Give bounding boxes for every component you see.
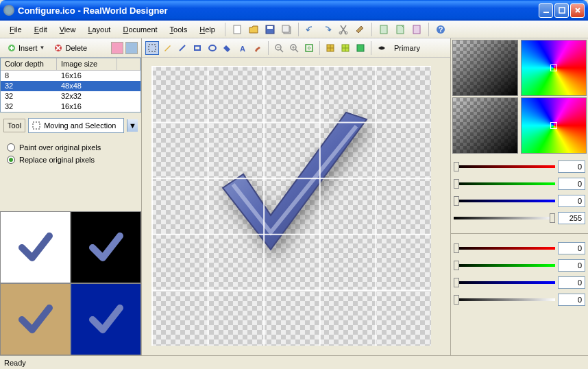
- svg-line-23: [280, 49, 283, 52]
- value-alpha-2[interactable]: 0: [558, 294, 585, 306]
- radio-replace[interactable]: Replace original pixels: [7, 154, 134, 166]
- menu-document[interactable]: Document: [117, 23, 162, 36]
- saturation-picker-2[interactable]: [452, 97, 518, 154]
- cut-icon[interactable]: [338, 24, 349, 35]
- svg-rect-16: [33, 122, 40, 129]
- zoom-fit-icon[interactable]: [302, 41, 316, 55]
- value-green-2[interactable]: 0: [558, 259, 585, 272]
- svg-rect-29: [306, 45, 313, 51]
- svg-rect-9: [380, 25, 387, 34]
- slider-green-2[interactable]: [454, 264, 555, 267]
- slider-blue[interactable]: [454, 200, 555, 202]
- slider-red-2[interactable]: [454, 247, 555, 250]
- table-row[interactable]: 3216x16: [1, 102, 140, 112]
- svg-line-18: [180, 45, 185, 51]
- delete-button[interactable]: Delete: [50, 42, 90, 54]
- paint-icon[interactable]: [354, 24, 365, 35]
- table-row[interactable]: 816x16: [1, 71, 140, 81]
- status-bar: Ready: [0, 355, 588, 369]
- close-button[interactable]: [570, 3, 585, 18]
- value-red-2[interactable]: 0: [558, 242, 585, 254]
- doc1-icon[interactable]: [378, 24, 389, 35]
- zoom-out-icon[interactable]: [272, 41, 286, 55]
- help-icon[interactable]: ?: [435, 24, 446, 35]
- save-all-icon[interactable]: [281, 24, 292, 35]
- maximize-button[interactable]: [554, 3, 569, 18]
- canvas-area[interactable]: [142, 58, 450, 355]
- value-blue[interactable]: 0: [558, 195, 585, 207]
- radio-icon: [7, 143, 15, 152]
- table-row[interactable]: 3232x32: [1, 91, 140, 102]
- tool-line[interactable]: [175, 41, 189, 55]
- redo-icon[interactable]: [321, 24, 332, 35]
- hue-picker-2[interactable]: [521, 97, 587, 154]
- menu-file[interactable]: File: [4, 23, 27, 36]
- doc2-icon[interactable]: [395, 24, 406, 35]
- svg-line-26: [295, 49, 298, 52]
- slider-group-1: 0 0 0 255: [451, 155, 588, 229]
- grid-2-icon[interactable]: [339, 41, 352, 55]
- preview-blue[interactable]: [71, 283, 141, 355]
- color-swatch[interactable]: [375, 41, 389, 55]
- preview-grid: [0, 211, 141, 355]
- preview-white[interactable]: [0, 211, 71, 283]
- save-icon[interactable]: [265, 24, 275, 35]
- slider-blue-2[interactable]: [454, 281, 555, 284]
- dropdown-arrow-icon[interactable]: ▼: [127, 119, 138, 132]
- svg-rect-1: [559, 8, 565, 13]
- value-red[interactable]: 0: [558, 160, 585, 173]
- status-text: Ready: [4, 359, 26, 367]
- tool-select-rect[interactable]: [145, 41, 159, 55]
- radio-paint-over[interactable]: Paint over original pixels: [7, 141, 134, 154]
- layer-btn-2[interactable]: [125, 42, 138, 54]
- col-color-depth[interactable]: Color depth: [1, 58, 57, 70]
- primary-label: Primary: [390, 44, 424, 52]
- slider-alpha-2[interactable]: [454, 298, 555, 301]
- grid-3-icon[interactable]: [354, 41, 367, 55]
- menu-layout[interactable]: Layout: [82, 23, 116, 36]
- hue-picker-1[interactable]: [521, 40, 587, 96]
- slider-green[interactable]: [454, 182, 555, 185]
- center-panel: A Primary: [142, 38, 450, 355]
- saturation-picker-1[interactable]: [452, 40, 518, 96]
- menu-help[interactable]: Help: [194, 23, 221, 36]
- radio-icon: [7, 156, 15, 164]
- svg-rect-17: [149, 45, 156, 51]
- col-image-size[interactable]: Image size: [57, 58, 117, 70]
- open-icon[interactable]: [248, 24, 259, 35]
- undo-icon[interactable]: [305, 24, 316, 35]
- tool-rect[interactable]: [191, 41, 204, 55]
- canvas-toolbar: A Primary: [142, 38, 450, 58]
- svg-rect-36: [357, 45, 364, 51]
- svg-point-20: [209, 45, 216, 51]
- preview-black[interactable]: [71, 211, 141, 283]
- tool-dropdown[interactable]: Moving and Selection: [28, 118, 124, 133]
- menu-edit[interactable]: Edit: [29, 23, 53, 36]
- preview-tan[interactable]: [0, 283, 71, 355]
- menu-view[interactable]: View: [54, 23, 82, 36]
- svg-text:?: ?: [439, 25, 443, 34]
- right-panel: 0 0 0 255 0 0 0 0: [450, 38, 588, 355]
- slider-alpha[interactable]: [454, 217, 555, 219]
- svg-text:A: A: [240, 45, 245, 53]
- tool-fill[interactable]: [221, 41, 234, 55]
- tool-pencil[interactable]: [160, 41, 174, 55]
- app-icon: [3, 5, 14, 16]
- grid-1-icon[interactable]: [323, 41, 337, 55]
- layer-btn-1[interactable]: [111, 42, 123, 54]
- value-alpha[interactable]: 255: [558, 212, 585, 224]
- value-blue-2[interactable]: 0: [558, 276, 585, 289]
- new-icon[interactable]: [232, 24, 243, 35]
- table-row[interactable]: 3248x48: [1, 81, 140, 91]
- insert-button[interactable]: Insert ▼: [3, 42, 48, 54]
- tool-ellipse[interactable]: [206, 41, 219, 55]
- tool-text[interactable]: A: [236, 41, 249, 55]
- value-green[interactable]: 0: [558, 178, 585, 190]
- tool-brush[interactable]: [251, 41, 265, 55]
- settings-icon[interactable]: [411, 24, 422, 35]
- svg-rect-4: [267, 26, 273, 29]
- slider-red[interactable]: [454, 165, 555, 168]
- zoom-in-icon[interactable]: [287, 41, 301, 55]
- menu-tools[interactable]: Tools: [164, 23, 193, 36]
- minimize-button[interactable]: [539, 3, 553, 18]
